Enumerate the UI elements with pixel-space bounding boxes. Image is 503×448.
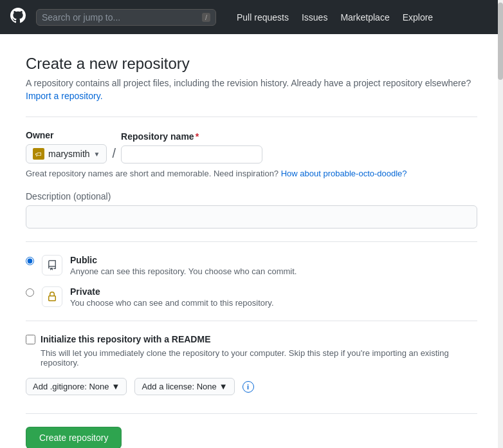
search-input[interactable] [42, 12, 202, 23]
private-desc: You choose who can see and commit to thi… [70, 298, 274, 308]
license-label: Add a license: None [142, 382, 216, 391]
private-radio[interactable] [26, 288, 34, 297]
description-input[interactable] [26, 205, 477, 229]
private-text: Private You choose who can see and commi… [70, 286, 274, 308]
chevron-down-icon: ▼ [94, 151, 100, 158]
owner-selector[interactable]: 🏷 marysmith ▼ [26, 144, 107, 163]
public-desc: Anyone can see this repository. You choo… [70, 266, 297, 276]
issues-link[interactable]: Issues [302, 12, 327, 23]
description-group: Description (optional) [26, 191, 477, 229]
private-icon [42, 286, 62, 307]
init-description: This will let you immediately clone the … [41, 348, 477, 368]
required-star: * [196, 131, 199, 142]
path-separator: / [112, 146, 116, 161]
scrollbar-thumb[interactable] [498, 3, 503, 80]
repo-name-group: Repository name* [121, 131, 262, 163]
owner-value: marysmith [48, 149, 90, 159]
import-link[interactable]: Import a repository. [26, 91, 477, 101]
public-option: Public Anyone can see this repository. Y… [26, 255, 477, 276]
divider-3 [26, 321, 477, 321]
public-icon [42, 255, 62, 275]
create-repository-button[interactable]: Create repository [26, 427, 122, 448]
divider-4 [26, 413, 477, 414]
owner-repo-row: Owner 🏷 marysmith ▼ / Repository name* [26, 130, 477, 163]
navbar: / Pull requests Issues Marketplace Explo… [0, 0, 503, 34]
public-radio[interactable] [26, 257, 34, 265]
owner-group: Owner 🏷 marysmith ▼ [26, 130, 107, 163]
private-title: Private [70, 286, 274, 297]
repo-name-input[interactable] [121, 145, 262, 163]
nav-links: Pull requests Issues Marketplace Explore [237, 12, 433, 23]
search-bar[interactable]: / [36, 9, 216, 26]
subtitle-text: A repository contains all project files,… [26, 78, 477, 88]
initialize-section: Initialize this repository with a README… [26, 334, 477, 395]
page-title: Create a new repository [26, 55, 477, 73]
visibility-section: Public Anyone can see this repository. Y… [26, 255, 477, 308]
license-dropdown[interactable]: Add a license: None ▼ [134, 378, 234, 395]
explore-link[interactable]: Explore [403, 12, 433, 23]
info-icon[interactable]: i [242, 381, 254, 393]
gitignore-label: Add .gitignore: None [33, 382, 109, 391]
init-checkbox[interactable] [26, 335, 35, 344]
owner-avatar-icon: 🏷 [33, 148, 44, 160]
owner-label: Owner [26, 130, 107, 140]
public-text: Public Anyone can see this repository. Y… [70, 255, 297, 276]
init-label-text: Initialize this repository with a README [41, 334, 210, 344]
gitignore-dropdown[interactable]: Add .gitignore: None ▼ [26, 378, 127, 395]
dropdowns-row: Add .gitignore: None ▼ Add a license: No… [26, 378, 477, 395]
repo-name-label: Repository name* [121, 131, 262, 142]
public-title: Public [70, 255, 297, 265]
main-content: Create a new repository A repository con… [0, 34, 503, 448]
gitignore-chevron-icon: ▼ [112, 382, 120, 391]
init-checkbox-label[interactable]: Initialize this repository with a README [26, 334, 477, 344]
marketplace-link[interactable]: Marketplace [340, 12, 389, 23]
divider-1 [26, 117, 477, 117]
private-option: Private You choose who can see and commi… [26, 286, 477, 308]
scrollbar-track[interactable] [498, 0, 503, 448]
license-chevron-icon: ▼ [219, 382, 228, 391]
suggestion-link[interactable]: How about probable-octo-doodle? [281, 169, 407, 178]
pull-requests-link[interactable]: Pull requests [237, 12, 289, 23]
suggestion-text: Great repository names are short and mem… [26, 169, 477, 178]
github-logo[interactable] [10, 8, 26, 27]
divider-2 [26, 241, 477, 242]
search-kbd: / [202, 13, 210, 22]
description-label: Description (optional) [26, 191, 477, 201]
